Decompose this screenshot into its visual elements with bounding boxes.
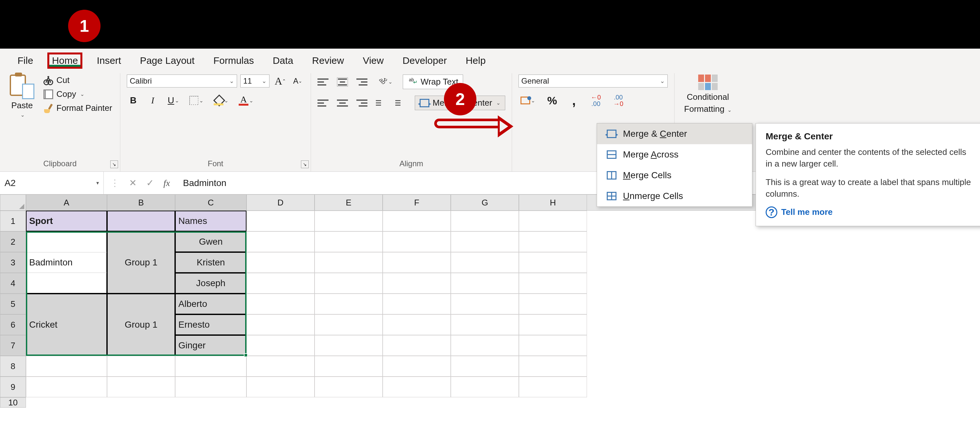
- cancel-formula-button[interactable]: ✕: [129, 178, 137, 188]
- increase-indent-button[interactable]: [395, 98, 406, 108]
- cell-g9[interactable]: [451, 376, 519, 397]
- cell-a3[interactable]: Badminton: [26, 252, 107, 273]
- clipboard-dialog-launcher[interactable]: ↘: [110, 160, 118, 168]
- row-header-3[interactable]: 3: [0, 252, 26, 273]
- cell-f9[interactable]: [383, 376, 451, 397]
- decrease-decimal-button[interactable]: .00→0: [611, 94, 625, 107]
- cell-e3[interactable]: [315, 252, 383, 273]
- cell-g2[interactable]: [451, 231, 519, 252]
- cell-b6[interactable]: Group 1: [107, 314, 175, 335]
- orientation-button[interactable]: ↻ ⌄: [376, 76, 395, 89]
- bold-button[interactable]: B: [127, 94, 140, 107]
- col-header-g[interactable]: G: [451, 194, 519, 211]
- conditional-formatting-button[interactable]: Conditional Formatting ⌄: [681, 75, 735, 114]
- col-header-b[interactable]: B: [107, 194, 175, 211]
- align-right-button[interactable]: [356, 98, 368, 108]
- copy-dropdown-icon[interactable]: ⌄: [80, 91, 84, 97]
- cell-c2[interactable]: Gwen: [175, 231, 247, 252]
- cell-b2[interactable]: [107, 231, 175, 252]
- cell-f8[interactable]: [383, 356, 451, 376]
- cell-c9[interactable]: [175, 376, 247, 397]
- col-header-a[interactable]: A: [26, 194, 107, 211]
- accounting-format-button[interactable]: ⌄: [519, 94, 537, 107]
- cell-b3[interactable]: Group 1: [107, 252, 175, 273]
- row-header-7[interactable]: 7: [0, 335, 26, 356]
- number-format-combo[interactable]: General ⌄: [519, 75, 668, 87]
- row-header-5[interactable]: 5: [0, 294, 26, 314]
- italic-button[interactable]: I: [146, 94, 159, 107]
- cell-a4[interactable]: [26, 273, 107, 294]
- comma-button[interactable]: ,: [568, 94, 581, 107]
- col-header-c[interactable]: C: [175, 194, 247, 211]
- tab-data[interactable]: Data: [268, 52, 298, 69]
- cell-f3[interactable]: [383, 252, 451, 273]
- cell-d6[interactable]: [247, 314, 315, 335]
- menu-unmerge-cells[interactable]: Unmerge Cells: [597, 186, 752, 206]
- cell-g1[interactable]: [451, 211, 519, 231]
- accept-formula-button[interactable]: ✓: [146, 178, 154, 188]
- decrease-indent-button[interactable]: [376, 98, 387, 108]
- cell-a8[interactable]: [26, 356, 107, 376]
- cell-h7[interactable]: [519, 335, 587, 356]
- cell-h5[interactable]: [519, 294, 587, 314]
- cell-c7[interactable]: Ginger: [175, 335, 247, 356]
- cell-h2[interactable]: [519, 231, 587, 252]
- cell-h1[interactable]: [519, 211, 587, 231]
- cell-f1[interactable]: [383, 211, 451, 231]
- tab-home[interactable]: Home: [47, 52, 83, 69]
- decrease-font-button[interactable]: A⌄: [291, 75, 304, 87]
- tab-file[interactable]: File: [13, 52, 38, 69]
- cell-g5[interactable]: [451, 294, 519, 314]
- underline-button[interactable]: U ⌄: [166, 94, 181, 107]
- row-header-8[interactable]: 8: [0, 356, 26, 376]
- row-header-9[interactable]: 9: [0, 376, 26, 397]
- tab-developer[interactable]: Developer: [398, 52, 452, 69]
- select-all-corner[interactable]: [0, 194, 26, 211]
- align-bottom-button[interactable]: [356, 78, 368, 87]
- fill-color-button[interactable]: ⌄: [212, 94, 230, 107]
- cell-d3[interactable]: [247, 252, 315, 273]
- cell-a1[interactable]: Sport: [26, 211, 107, 231]
- cell-e6[interactable]: [315, 314, 383, 335]
- col-header-f[interactable]: F: [383, 194, 451, 211]
- cell-d8[interactable]: [247, 356, 315, 376]
- tab-help[interactable]: Help: [461, 52, 490, 69]
- menu-merge-center[interactable]: Merge & Center: [597, 124, 752, 144]
- cell-h6[interactable]: [519, 314, 587, 335]
- cell-c8[interactable]: [175, 356, 247, 376]
- increase-font-button[interactable]: A⌃: [273, 75, 288, 87]
- cell-h3[interactable]: [519, 252, 587, 273]
- cell-e5[interactable]: [315, 294, 383, 314]
- cell-c5[interactable]: Alberto: [175, 294, 247, 314]
- cell-c4[interactable]: Joseph: [175, 273, 247, 294]
- align-left-button[interactable]: [318, 98, 328, 108]
- cell-b8[interactable]: [107, 356, 175, 376]
- percent-button[interactable]: %: [546, 94, 559, 107]
- row-header-1[interactable]: 1: [0, 211, 26, 231]
- cell-e2[interactable]: [315, 231, 383, 252]
- cell-e8[interactable]: [315, 356, 383, 376]
- cell-f2[interactable]: [383, 231, 451, 252]
- col-header-e[interactable]: E: [315, 194, 383, 211]
- align-top-button[interactable]: [318, 78, 328, 87]
- cell-d5[interactable]: [247, 294, 315, 314]
- cell-c1[interactable]: Names: [175, 211, 247, 231]
- cell-f4[interactable]: [383, 273, 451, 294]
- cell-b7[interactable]: [107, 335, 175, 356]
- row-header-6[interactable]: 6: [0, 314, 26, 335]
- format-painter-button[interactable]: Format Painter: [42, 102, 113, 114]
- cell-b5[interactable]: [107, 294, 175, 314]
- copy-button[interactable]: Copy ⌄: [42, 89, 86, 100]
- tab-page-layout[interactable]: Page Layout: [135, 52, 199, 69]
- cell-g7[interactable]: [451, 335, 519, 356]
- borders-button[interactable]: ⌄: [188, 94, 205, 107]
- cell-d7[interactable]: [247, 335, 315, 356]
- cell-d1[interactable]: [247, 211, 315, 231]
- tab-view[interactable]: View: [358, 52, 388, 69]
- col-header-h[interactable]: H: [519, 194, 587, 211]
- name-box[interactable]: A2 ▾: [0, 172, 104, 194]
- cell-e1[interactable]: [315, 211, 383, 231]
- cell-h4[interactable]: [519, 273, 587, 294]
- cell-g3[interactable]: [451, 252, 519, 273]
- font-color-button[interactable]: A ⌄: [237, 94, 255, 107]
